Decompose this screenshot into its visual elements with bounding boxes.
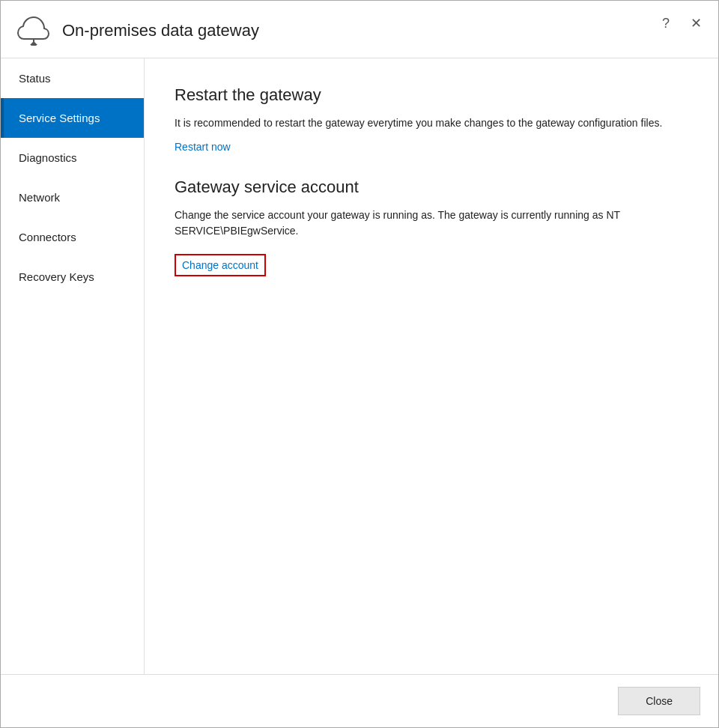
restart-description: It is recommended to restart the gateway… bbox=[175, 115, 688, 131]
close-window-button[interactable]: ✕ bbox=[685, 13, 706, 34]
sidebar-item-service-settings[interactable]: Service Settings bbox=[1, 98, 144, 138]
svg-marker-2 bbox=[30, 41, 37, 45]
sidebar-item-connectors[interactable]: Connectors bbox=[1, 217, 144, 257]
title-bar: On-premises data gateway ? ✕ bbox=[1, 1, 718, 58]
gateway-icon bbox=[16, 13, 52, 49]
main-layout: Status Service Settings Diagnostics Netw… bbox=[1, 58, 718, 674]
change-account-link[interactable]: Change account bbox=[182, 259, 258, 271]
sidebar-item-recovery-keys[interactable]: Recovery Keys bbox=[1, 257, 144, 297]
content-area: Restart the gateway It is recommended to… bbox=[145, 58, 718, 674]
close-button[interactable]: Close bbox=[618, 687, 700, 715]
window-title: On-premises data gateway bbox=[62, 21, 259, 40]
account-section: Gateway service account Change the servi… bbox=[175, 178, 688, 276]
footer: Close bbox=[1, 674, 718, 727]
sidebar-item-status[interactable]: Status bbox=[1, 58, 144, 98]
restart-title: Restart the gateway bbox=[175, 85, 688, 105]
sidebar-item-network[interactable]: Network bbox=[1, 178, 144, 217]
restart-now-link[interactable]: Restart now bbox=[175, 141, 231, 153]
account-title: Gateway service account bbox=[175, 178, 688, 197]
main-window: On-premises data gateway ? ✕ Status Serv… bbox=[0, 0, 719, 728]
window-controls: ? ✕ bbox=[655, 13, 706, 34]
change-account-wrapper: Change account bbox=[175, 254, 266, 276]
sidebar-item-diagnostics[interactable]: Diagnostics bbox=[1, 138, 144, 178]
account-description: Change the service account your gateway … bbox=[175, 207, 688, 239]
help-button[interactable]: ? bbox=[655, 13, 676, 34]
restart-section: Restart the gateway It is recommended to… bbox=[175, 85, 688, 154]
sidebar: Status Service Settings Diagnostics Netw… bbox=[1, 58, 145, 674]
